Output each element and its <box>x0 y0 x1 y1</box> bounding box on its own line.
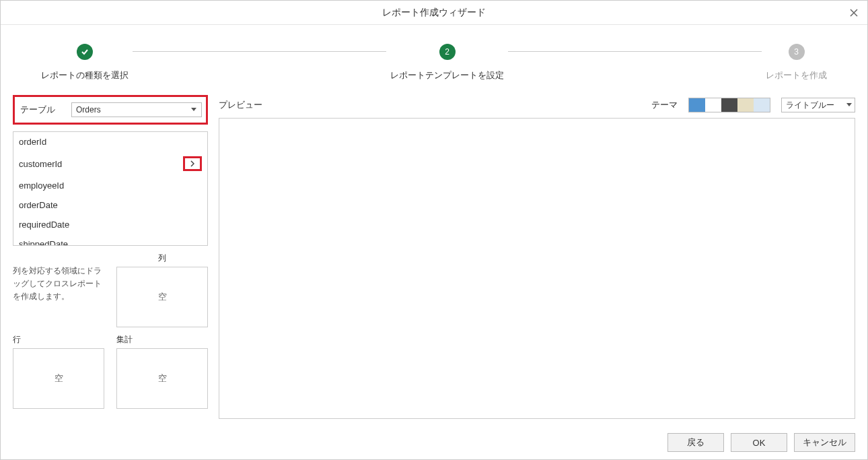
footer: 戻る OK キャンセル <box>1 426 867 459</box>
preview-canvas <box>219 119 855 418</box>
table-select[interactable]: Orders <box>71 102 202 117</box>
preview-viewport[interactable] <box>219 119 855 418</box>
table-label: テーブル <box>19 104 66 116</box>
step-connector <box>508 51 762 52</box>
table-select-value: Orders <box>76 105 101 114</box>
preview-area <box>219 118 855 419</box>
right-pane: プレビュー テーマ ライトブルー <box>219 95 855 419</box>
drop-empty-label: 空 <box>158 291 167 303</box>
chevron-down-icon <box>189 105 198 114</box>
expand-button[interactable] <box>183 156 202 171</box>
preview-header: プレビュー テーマ ライトブルー <box>219 95 855 118</box>
swatch-2[interactable] <box>721 98 737 112</box>
row-agg-drop-row: 行 空 集計 空 <box>13 334 208 409</box>
step-3-label: レポートを作成 <box>766 69 827 81</box>
field-item-employeeid[interactable]: employeeId <box>13 176 207 195</box>
preview-label: プレビュー <box>219 99 262 111</box>
column-drop-row: - 列を対応する領域にドラッグしてクロスレポートを作成します。 列 空 <box>13 253 208 327</box>
swatch-0[interactable] <box>689 98 705 112</box>
agg-section-label: 集計 <box>116 334 208 346</box>
cancel-button[interactable]: キャンセル <box>794 433 855 452</box>
row-drop-zone[interactable]: 空 <box>13 348 104 409</box>
swatch-3[interactable] <box>737 98 754 112</box>
field-label: customerId <box>19 159 62 169</box>
swatch-1[interactable] <box>705 98 721 112</box>
chevron-down-icon <box>846 103 852 107</box>
drop-empty-label: 空 <box>158 372 167 385</box>
theme-select-value: ライトブルー <box>786 100 834 111</box>
wizard-steps: レポートの種類を選択 2 レポートテンプレートを設定 3 レポートを作成 <box>1 25 867 95</box>
field-item-requireddate[interactable]: requiredDate <box>13 215 207 234</box>
row-section-label: 行 <box>13 334 104 346</box>
dialog-title: レポート作成ウィザード <box>382 7 486 19</box>
close-icon <box>850 9 858 17</box>
field-label: requiredDate <box>19 220 69 230</box>
close-button[interactable] <box>846 5 862 21</box>
step-2-circle: 2 <box>439 44 456 60</box>
step-2: 2 レポートテンプレートを設定 <box>390 44 504 81</box>
table-selector-row: テーブル Orders <box>13 95 208 125</box>
step-2-label: レポートテンプレートを設定 <box>390 69 504 81</box>
ok-button[interactable]: OK <box>731 433 787 452</box>
check-icon <box>77 44 93 60</box>
drop-empty-label: 空 <box>55 372 63 385</box>
column-section-label: 列 <box>116 253 208 264</box>
field-label: orderDate <box>19 200 58 210</box>
titlebar: レポート作成ウィザード <box>1 1 867 25</box>
step-connector <box>133 51 386 52</box>
agg-drop-zone[interactable]: 空 <box>116 348 208 409</box>
content-area: テーブル Orders orderId customerId <box>1 95 867 426</box>
field-item-shippeddate[interactable]: shippedDate <box>13 234 207 246</box>
chevron-right-icon <box>190 160 194 167</box>
field-label: shippedDate <box>19 239 68 246</box>
theme-swatches[interactable] <box>688 98 770 112</box>
field-list[interactable]: orderId customerId employeeId orderDate … <box>13 131 208 246</box>
left-pane: テーブル Orders orderId customerId <box>13 95 208 419</box>
drag-hint: 列を対応する領域にドラッグしてクロスレポートを作成します。 <box>13 265 104 304</box>
step-3: 3 レポートを作成 <box>766 44 827 81</box>
step-3-circle: 3 <box>789 44 805 60</box>
field-item-orderid[interactable]: orderId <box>13 132 207 152</box>
report-wizard-dialog: レポート作成ウィザード レポートの種類を選択 2 レポートテンプレートを設定 3… <box>0 0 868 460</box>
field-label: employeeId <box>19 180 64 191</box>
step-1-label: レポートの種類を選択 <box>41 69 129 81</box>
step-1: レポートの種類を選択 <box>41 44 129 81</box>
theme-group: テーマ ライトブルー <box>651 98 855 112</box>
field-item-customerid[interactable]: customerId <box>13 152 207 176</box>
field-item-orderdate[interactable]: orderDate <box>13 195 207 215</box>
theme-select[interactable]: ライトブルー <box>781 98 855 112</box>
theme-label: テーマ <box>651 99 678 111</box>
back-button[interactable]: 戻る <box>667 433 724 452</box>
swatch-4[interactable] <box>754 98 770 112</box>
column-drop-zone[interactable]: 空 <box>116 267 208 327</box>
field-label: orderId <box>19 137 46 147</box>
